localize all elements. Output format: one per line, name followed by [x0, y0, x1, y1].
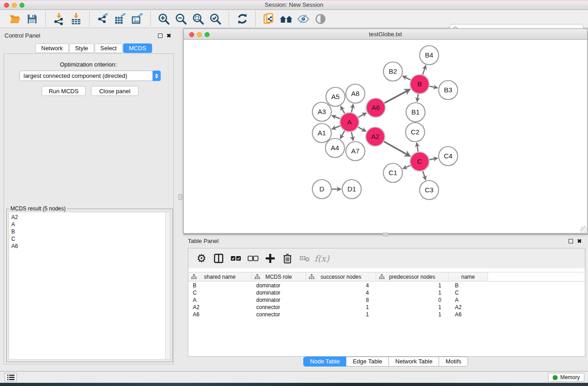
close-panel-icon[interactable]: ✖ — [167, 33, 171, 39]
cell-shared-name[interactable]: C — [188, 289, 252, 296]
criterion-dropdown[interactable]: largest connected component (directed) — [19, 71, 161, 81]
table-row[interactable]: A2 connector 1 1 A2 — [188, 304, 585, 311]
cell-name[interactable]: C — [449, 289, 488, 296]
cell-name[interactable]: A2 — [449, 304, 488, 311]
table-row[interactable]: A6 connector 1 1 A6 — [188, 311, 585, 318]
select-all-button[interactable] — [229, 252, 243, 265]
graph-edge-A-A2[interactable] — [358, 127, 366, 131]
cell-predecessor-nodes[interactable]: 0 — [376, 296, 449, 304]
zoom-network-button[interactable] — [205, 32, 210, 37]
memory-button[interactable]: Memory — [548, 373, 584, 382]
network-canvas[interactable]: B4B2BB3A8A5A6A3B1AC2A1A2A4A7C4CC1DD1C3 — [184, 40, 587, 234]
graph-node-B[interactable]: B — [410, 75, 429, 94]
close-table-panel-icon[interactable]: ✖ — [577, 238, 582, 244]
graph-edge-B-B3[interactable] — [430, 86, 438, 88]
cell-shared-name[interactable]: A2 — [188, 304, 252, 311]
zoom-selected-button[interactable] — [208, 12, 223, 26]
close-window-button[interactable] — [4, 3, 9, 8]
cell-shared-name[interactable]: A6 — [188, 311, 252, 318]
graph-edge-A2-C[interactable] — [384, 142, 410, 156]
graph-edge-A-A5[interactable] — [341, 106, 345, 114]
graph-node-A5[interactable]: A5 — [326, 87, 345, 106]
graph-node-A4[interactable]: A4 — [325, 138, 344, 157]
import-table-button[interactable] — [69, 12, 83, 26]
table-row[interactable]: C dominator 4 1 C — [188, 289, 585, 296]
graph-edge-A-A4[interactable] — [340, 131, 344, 138]
add-column-button[interactable] — [263, 252, 277, 265]
graph-edge-A6-B[interactable] — [384, 89, 410, 103]
minimize-window-button[interactable] — [12, 3, 17, 8]
graph-edge-B-B4[interactable] — [423, 66, 426, 75]
mcds-result-list[interactable]: A2 A B C A6 — [9, 212, 171, 360]
cell-shared-name[interactable]: A — [188, 296, 252, 304]
tab-network-table[interactable]: Network Table — [389, 357, 439, 367]
deselect-all-button[interactable] — [246, 252, 260, 265]
graph-edge-A-A6[interactable] — [358, 113, 366, 118]
cell-mcds-role[interactable]: dominator — [252, 282, 306, 289]
graph-node-B4[interactable]: B4 — [420, 46, 439, 65]
export-table-button[interactable] — [113, 12, 127, 26]
graph-edge-A-A8[interactable] — [351, 105, 353, 113]
result-item[interactable]: A — [11, 221, 170, 228]
open-session-button[interactable] — [8, 12, 22, 26]
graph-node-A6[interactable]: A6 — [366, 98, 385, 117]
graph-edge-A-A7[interactable] — [351, 132, 353, 141]
graph-edge-B-B2[interactable] — [403, 76, 411, 80]
cell-successor-nodes[interactable]: 8 — [306, 296, 376, 304]
function-builder-button[interactable]: f(x) — [315, 252, 329, 265]
export-network-button[interactable] — [96, 12, 110, 26]
close-network-button[interactable] — [189, 32, 194, 37]
minimize-network-button[interactable] — [197, 32, 202, 37]
result-item[interactable]: A6 — [11, 243, 170, 250]
export-image-button[interactable] — [130, 12, 144, 26]
graph-node-B2[interactable]: B2 — [383, 62, 402, 81]
column-header-name[interactable]: name — [449, 272, 488, 281]
home-view-button[interactable] — [279, 12, 293, 26]
float-panel-icon[interactable] — [158, 33, 163, 38]
cell-mcds-role[interactable]: dominator — [252, 289, 306, 296]
graph-node-A8[interactable]: A8 — [346, 84, 365, 103]
task-history-button[interactable] — [5, 373, 17, 382]
save-session-button[interactable] — [25, 12, 39, 26]
delete-table-button[interactable] — [298, 252, 311, 265]
cell-predecessor-nodes[interactable]: 1 — [376, 304, 449, 311]
table-settings-button[interactable]: ⚙ — [195, 252, 208, 265]
graph-node-A7[interactable]: A7 — [346, 142, 365, 161]
column-header-successor-nodes[interactable]: successor nodes — [306, 272, 376, 281]
clone-network-button[interactable] — [262, 12, 276, 26]
result-item[interactable]: B — [11, 228, 170, 235]
panel-splitter-handle[interactable] — [178, 194, 182, 200]
graph-node-A1[interactable]: A1 — [312, 124, 331, 143]
graph-edge-A-A1[interactable] — [332, 126, 340, 129]
cell-mcds-role[interactable]: connector — [252, 304, 306, 311]
cell-mcds-role[interactable]: connector — [252, 311, 306, 318]
delete-column-button[interactable] — [281, 252, 294, 265]
close-panel-button[interactable]: Close panel — [91, 86, 139, 96]
show-columns-button[interactable] — [212, 252, 225, 265]
column-header-predecessor-nodes[interactable]: predecessor nodes — [376, 272, 449, 281]
tab-network[interactable]: Network — [35, 43, 69, 53]
tab-node-table[interactable]: Node Table — [303, 357, 347, 367]
graph-edge-C-C2[interactable] — [417, 143, 418, 152]
graph-node-C1[interactable]: C1 — [383, 163, 402, 182]
hide-graphics-button[interactable] — [296, 12, 311, 26]
cell-predecessor-nodes[interactable]: 1 — [376, 289, 449, 296]
graph-node-C4[interactable]: C4 — [439, 147, 458, 166]
graph-node-A2[interactable]: A2 — [366, 127, 385, 146]
tab-style[interactable]: Style — [69, 43, 94, 53]
window-resize-grip[interactable] — [580, 226, 587, 233]
zoom-out-button[interactable] — [174, 12, 188, 26]
zoom-in-button[interactable] — [157, 12, 171, 26]
tab-motifs[interactable]: Motifs — [439, 357, 468, 367]
cell-predecessor-nodes[interactable]: 1 — [376, 282, 449, 289]
graph-node-A3[interactable]: A3 — [312, 102, 331, 121]
result-item[interactable]: C — [11, 235, 170, 243]
table-row[interactable]: A dominator 8 0 A — [188, 296, 585, 304]
graph-node-A[interactable]: A — [340, 113, 359, 132]
cell-successor-nodes[interactable]: 4 — [306, 282, 376, 289]
graph-node-C3[interactable]: C3 — [420, 181, 439, 200]
tab-select[interactable]: Select — [95, 43, 123, 53]
zoom-window-button[interactable] — [19, 3, 24, 8]
cell-successor-nodes[interactable]: 4 — [306, 289, 376, 296]
table-row[interactable]: B dominator 4 1 B — [188, 282, 585, 289]
